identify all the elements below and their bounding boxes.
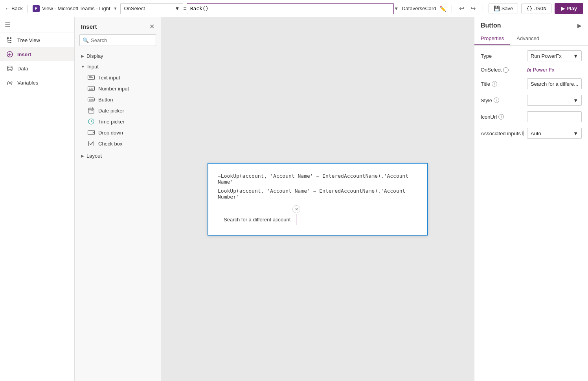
- button-icon: BTN: [87, 96, 95, 103]
- prop-title: Title i: [481, 78, 582, 89]
- variables-icon: (x): [6, 79, 13, 86]
- card-button-label: Search for a different account: [224, 217, 290, 223]
- app-name: DataverseCard: [402, 6, 436, 11]
- insert-icon: [6, 51, 13, 58]
- insert-panel: Insert ✕ 🔍 ▶ Display ▼ Input Text input: [75, 17, 161, 381]
- prop-style-text: Style: [481, 98, 492, 103]
- section-chevron-icon: ▼: [81, 64, 85, 69]
- top-bar-right: DataverseCard ✏️ ↩ ↪ 💾 Save {} JSON ▶ Pl…: [402, 3, 583, 14]
- drop-down-icon: [87, 129, 95, 136]
- back-button[interactable]: ← Back: [5, 6, 23, 11]
- sidebar-item-label: Insert: [17, 52, 31, 57]
- prop-type-select[interactable]: Run PowerFx ▼: [527, 50, 582, 61]
- top-bar-left: ← Back P View - Microsoft Teams - Light …: [5, 5, 117, 13]
- back-arrow-icon: ←: [5, 6, 10, 11]
- edit-icon[interactable]: ✏️: [439, 6, 446, 12]
- json-braces-icon: {}: [526, 6, 533, 11]
- prop-type-value: Run PowerFx ▼: [527, 50, 582, 61]
- item-label: Button: [98, 97, 113, 103]
- prop-title-label: Title i: [481, 81, 524, 87]
- property-selector[interactable]: OnSelect ▼: [120, 3, 183, 14]
- right-panel-tabs: Properties Advanced: [474, 32, 588, 46]
- info-icon-title[interactable]: i: [492, 81, 497, 87]
- back-label: Back: [11, 6, 23, 11]
- sidebar-item-data[interactable]: Data: [0, 61, 74, 75]
- svg-text:123: 123: [89, 87, 94, 90]
- section-input[interactable]: ▼ Input: [75, 61, 161, 72]
- formula-input[interactable]: [187, 3, 394, 14]
- right-panel-title: Button: [481, 22, 501, 29]
- card-search-button[interactable]: Search for a different account: [218, 214, 296, 225]
- prop-type: Type Run PowerFx ▼: [481, 50, 582, 61]
- prop-onselect-value: fx Power Fx: [527, 67, 582, 73]
- formula-expand-icon[interactable]: ▼: [394, 6, 399, 11]
- prop-title-input[interactable]: [527, 78, 582, 89]
- text-input-icon: [87, 74, 95, 81]
- section-chevron-icon: ▶: [81, 54, 84, 58]
- svg-rect-23: [90, 110, 90, 111]
- undo-button[interactable]: ↩: [458, 4, 466, 13]
- insert-item-date-picker[interactable]: Date picker: [75, 105, 161, 116]
- tree-view-icon: [6, 37, 13, 44]
- sidebar-item-label: Variables: [17, 80, 38, 86]
- search-box: 🔍: [79, 34, 156, 46]
- sidebar-item-variables[interactable]: (x) Variables: [0, 75, 74, 90]
- item-label: Number input: [98, 86, 129, 92]
- insert-item-number-input[interactable]: 123 Number input: [75, 83, 161, 94]
- redo-button[interactable]: ↪: [469, 4, 477, 13]
- tab-advanced[interactable]: Advanced: [510, 32, 546, 45]
- date-picker-icon: [87, 107, 95, 114]
- view-label: View - Microsoft Teams - Light: [42, 6, 110, 11]
- insert-item-check-box[interactable]: Check box: [75, 138, 161, 149]
- info-icon-onselect[interactable]: i: [503, 67, 509, 73]
- card-close-icon[interactable]: ✕: [292, 205, 300, 213]
- close-icon[interactable]: ✕: [149, 23, 154, 30]
- info-icon-iconurl[interactable]: i: [498, 114, 504, 120]
- insert-item-drop-down[interactable]: Drop down: [75, 127, 161, 138]
- right-panel-expand-icon[interactable]: ▶: [577, 22, 582, 29]
- insert-item-button[interactable]: BTN Button: [75, 94, 161, 105]
- equals-sign: =: [183, 6, 186, 12]
- prop-associated-inputs: Associated inputs i Auto ▼: [481, 128, 582, 139]
- prop-style-label: Style i: [481, 98, 524, 103]
- svg-rect-2: [10, 40, 11, 41]
- insert-item-text-input[interactable]: Text input: [75, 72, 161, 83]
- item-label: Time picker: [98, 119, 125, 125]
- card-line1: =LookUp(account, 'Account Name' = Entere…: [218, 173, 417, 185]
- prop-associated-inputs-text-val: Auto: [531, 131, 541, 136]
- info-icon-associated[interactable]: i: [522, 131, 524, 136]
- fx-icon: fx: [527, 67, 531, 73]
- prop-title-text: Title: [481, 81, 490, 87]
- tab-properties[interactable]: Properties: [474, 32, 510, 45]
- sidebar-item-insert[interactable]: Insert: [0, 47, 74, 61]
- prop-associated-inputs-select[interactable]: Auto ▼: [527, 128, 582, 139]
- prop-style-chevron-icon: ▼: [573, 98, 578, 103]
- info-icon-style[interactable]: i: [494, 98, 499, 103]
- section-layout[interactable]: ▶ Layout: [75, 151, 161, 161]
- prop-type-label: Type: [481, 53, 524, 59]
- search-input[interactable]: [79, 34, 156, 46]
- time-picker-icon: [87, 118, 95, 125]
- insert-item-time-picker[interactable]: Time picker: [75, 116, 161, 127]
- property-chevron-icon: ▼: [175, 6, 180, 11]
- save-button[interactable]: 💾 Save: [489, 4, 518, 13]
- svg-rect-32: [89, 141, 94, 146]
- section-display[interactable]: ▶ Display: [75, 51, 161, 61]
- view-chevron-icon[interactable]: ▼: [114, 6, 118, 11]
- save-icon: 💾: [494, 6, 500, 11]
- input-items: Text input 123 Number input BTN Button: [75, 72, 161, 151]
- prop-style-select[interactable]: ▼: [527, 95, 582, 106]
- hamburger-icon[interactable]: ☰: [5, 22, 10, 28]
- play-button[interactable]: ▶ Play: [555, 3, 583, 14]
- divider: [28, 5, 28, 13]
- prop-onselect-label: OnSelect i: [481, 67, 524, 73]
- item-label: Drop down: [98, 130, 123, 136]
- section-chevron-icon: ▶: [81, 154, 84, 158]
- prop-style-value: ▼: [527, 95, 582, 106]
- json-button[interactable]: {} JSON: [521, 4, 551, 13]
- sidebar-item-tree-view[interactable]: Tree View: [0, 33, 74, 47]
- prop-iconurl-input[interactable]: [527, 111, 582, 122]
- item-label: Check box: [98, 141, 122, 147]
- section-input-label: Input: [87, 64, 99, 70]
- prop-onselect-text: OnSelect: [481, 67, 502, 73]
